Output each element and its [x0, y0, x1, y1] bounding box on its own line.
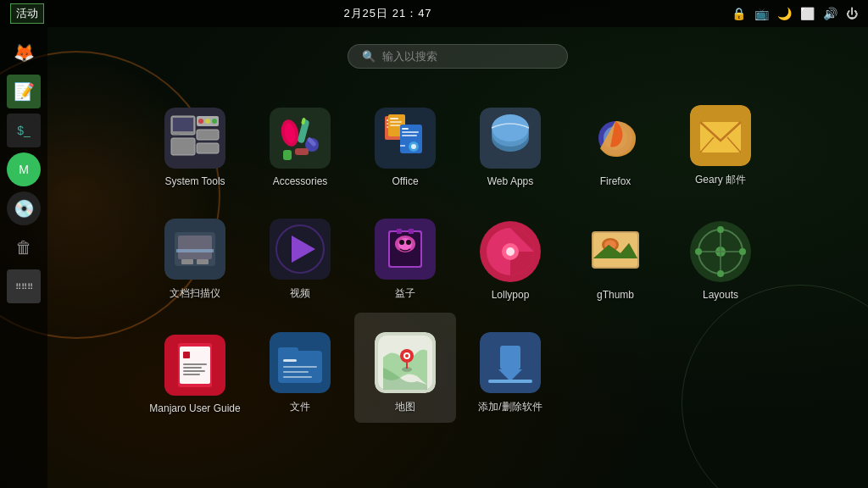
topbar-datetime: 2月25日 21：47: [343, 6, 431, 21]
sidebar-item-vinyl[interactable]: 💿: [7, 191, 41, 225]
svg-rect-31: [402, 131, 419, 133]
app-label-firefox: Firefox: [600, 175, 632, 187]
svg-point-79: [717, 270, 724, 277]
sidebar: 🦊 📝 $_ M 💿 🗑 ⠿⠿⠿: [0, 27, 47, 488]
window-icon[interactable]: ⬜: [800, 7, 815, 20]
svg-rect-18: [295, 148, 309, 155]
app-item-webapps[interactable]: Web Apps: [459, 86, 561, 196]
svg-rect-48: [176, 249, 214, 252]
app-item-gthumb[interactable]: gThumb: [565, 199, 666, 309]
svg-rect-96: [283, 371, 309, 373]
app-item-lollypop[interactable]: Lollypop: [459, 199, 561, 309]
app-icon-geary: [690, 105, 751, 166]
app-item-videos[interactable]: 视频: [249, 199, 351, 309]
svg-rect-3: [173, 133, 180, 135]
app-label-files: 文件: [290, 400, 310, 414]
svg-rect-89: [183, 370, 205, 372]
topbar-left: 活动: [10, 3, 44, 24]
sidebar-item-terminal[interactable]: $_: [7, 114, 41, 147]
app-item-accessories[interactable]: Accessories: [249, 86, 351, 196]
app-item-geary[interactable]: Geary 邮件: [670, 86, 771, 196]
volume-icon[interactable]: 🔊: [823, 7, 837, 20]
sidebar-item-notes[interactable]: 📝: [7, 75, 41, 108]
app-item-office[interactable]: Office: [354, 86, 456, 196]
lock-icon[interactable]: 🔒: [732, 7, 746, 20]
app-label-accessories: Accessories: [273, 175, 328, 187]
screen-icon[interactable]: 📺: [754, 7, 769, 20]
app-icon-scanner: [164, 219, 225, 280]
topbar: 活动 2月25日 21：47 🔒 📺 🌙 ⬜ 🔊 ⏻: [0, 0, 868, 27]
svg-rect-35: [400, 145, 405, 147]
app-label-maps: 地图: [395, 400, 415, 414]
app-icon-videos: [270, 219, 331, 280]
svg-rect-28: [390, 125, 400, 126]
app-icon-office: [375, 108, 436, 169]
svg-point-34: [411, 144, 416, 149]
svg-point-78: [717, 226, 724, 233]
app-label-webapps: Web Apps: [487, 175, 533, 187]
svg-rect-88: [183, 367, 202, 369]
app-item-addremove[interactable]: 添加/删除软件: [459, 313, 561, 423]
svg-point-81: [739, 248, 746, 255]
svg-rect-97: [283, 376, 312, 378]
sidebar-item-manjaro[interactable]: M: [7, 152, 41, 186]
svg-rect-26: [390, 118, 398, 119]
app-icon-usermanual: [164, 335, 225, 396]
app-icon-layouts: [690, 221, 751, 282]
app-item-system-tools[interactable]: System Tools: [144, 86, 246, 196]
svg-rect-90: [183, 374, 200, 375]
app-icon-firefox: [585, 108, 646, 169]
app-label-yuzuberry: 益子: [395, 286, 415, 301]
app-label-gthumb: gThumb: [597, 289, 634, 301]
topbar-right: 🔒 📺 🌙 ⬜ 🔊 ⏻: [732, 7, 858, 20]
main-content: 🔍 System Tools: [47, 27, 868, 488]
search-icon: 🔍: [362, 50, 376, 63]
app-icon-maps: [375, 332, 436, 393]
svg-point-39: [492, 114, 529, 141]
app-label-office: Office: [392, 175, 418, 187]
svg-point-66: [506, 247, 515, 256]
svg-rect-49: [181, 259, 193, 264]
svg-point-102: [405, 354, 409, 358]
svg-rect-86: [183, 353, 190, 357]
app-item-layouts[interactable]: Layouts: [670, 199, 771, 309]
app-item-usermanual[interactable]: Manjaro User Guide: [144, 313, 246, 423]
sidebar-item-all-apps[interactable]: ⠿⠿⠿: [7, 269, 41, 303]
svg-rect-105: [500, 346, 520, 369]
app-icon-addremove: [480, 332, 541, 393]
app-item-files[interactable]: 文件: [249, 313, 351, 423]
svg-rect-93: [278, 347, 298, 354]
app-grid: System Tools Accessories: [144, 86, 771, 423]
app-label-layouts: Layouts: [703, 289, 738, 301]
svg-rect-61: [397, 229, 402, 234]
app-label-usermanual: Manjaro User Guide: [149, 402, 240, 414]
app-label-scanner: 文档扫描仪: [170, 286, 220, 301]
app-icon-lollypop: [480, 221, 541, 282]
svg-rect-32: [402, 135, 417, 136]
app-item-yuzuberry[interactable]: 益子: [354, 199, 456, 309]
svg-rect-95: [283, 366, 317, 368]
search-input[interactable]: [382, 50, 554, 63]
activities-button[interactable]: 活动: [10, 3, 44, 24]
app-label-videos: 视频: [290, 286, 310, 301]
svg-rect-2: [173, 118, 193, 131]
svg-point-8: [212, 119, 217, 124]
app-item-maps[interactable]: 地图: [354, 313, 456, 423]
app-item-scanner[interactable]: 文档扫描仪: [144, 199, 246, 309]
app-icon-yuzuberry: [375, 219, 436, 280]
night-icon[interactable]: 🌙: [777, 7, 792, 20]
power-icon[interactable]: ⏻: [846, 7, 858, 20]
svg-rect-62: [409, 229, 414, 234]
app-item-firefox[interactable]: Firefox: [565, 86, 666, 196]
sidebar-item-trash[interactable]: 🗑: [7, 230, 41, 264]
app-label-lollypop: Lollypop: [492, 289, 530, 301]
svg-rect-94: [283, 359, 297, 362]
svg-rect-87: [183, 363, 207, 365]
svg-rect-27: [390, 121, 402, 123]
sidebar-item-firefox[interactable]: 🦊: [7, 36, 41, 69]
svg-rect-30: [402, 128, 409, 130]
search-bar[interactable]: 🔍: [348, 44, 568, 69]
app-label-geary: Geary 邮件: [695, 173, 746, 187]
app-icon-files: [270, 332, 331, 393]
svg-point-80: [695, 248, 702, 255]
